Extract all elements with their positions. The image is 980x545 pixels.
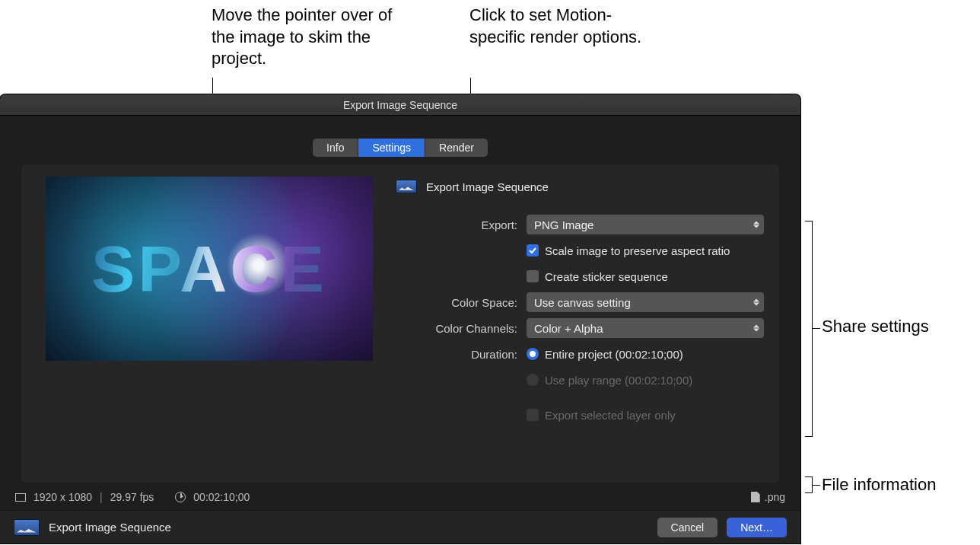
preview-text: SPACE xyxy=(91,231,327,307)
row-duration-entire: Duration: Entire project (00:02:10;00) xyxy=(396,341,765,367)
next-button[interactable]: Next… xyxy=(727,518,787,537)
bracket-share-settings xyxy=(805,221,813,437)
label-duration: Duration: xyxy=(396,348,527,361)
window-title: Export Image Sequence xyxy=(0,94,800,116)
settings-form: Export: PNG Image . Scale image to prese… xyxy=(396,212,765,428)
chevron-updown-icon xyxy=(753,222,759,228)
checkbox-sticker[interactable] xyxy=(527,270,539,282)
status-fps: 29.97 fps xyxy=(110,491,154,503)
row-channels: Color Channels: Color + Alpha xyxy=(396,315,765,341)
popup-channels-value: Color + Alpha xyxy=(534,322,603,335)
tab-render[interactable]: Render xyxy=(425,139,488,157)
row-sticker: . Create sticker sequence xyxy=(396,263,765,289)
panel-title: Export Image Sequence xyxy=(426,180,549,193)
action-bar-icon xyxy=(14,519,40,536)
popup-colorspace[interactable]: Use canvas setting xyxy=(527,292,764,312)
status-time: 00:02:10;00 xyxy=(193,491,250,503)
row-scale: . Scale image to preserve aspect ratio xyxy=(396,237,765,263)
export-dialog: Export Image Sequence Info Settings Rend… xyxy=(0,94,800,543)
label-channels: Color Channels: xyxy=(396,322,527,335)
row-export: Export: PNG Image xyxy=(396,212,765,237)
panel-header: Export Image Sequence xyxy=(396,180,549,193)
annotation-file-info: File information xyxy=(822,475,936,495)
project-preview[interactable]: SPACE xyxy=(46,177,373,361)
checkbox-sticker-label: Create sticker sequence xyxy=(545,270,668,283)
label-colorspace: Color Space: xyxy=(396,296,527,309)
chevron-updown-icon xyxy=(753,325,759,332)
checkbox-scale-aspect[interactable] xyxy=(527,244,539,257)
row-duration-range: . Use play range (00:02:10;00) xyxy=(396,367,765,393)
status-right: .png xyxy=(751,491,785,503)
document-icon xyxy=(751,492,760,502)
label-export: Export: xyxy=(396,218,527,231)
status-separator: | xyxy=(100,491,103,503)
row-export-selected: . Export selected layer only xyxy=(396,402,765,428)
popup-export-value: PNG Image xyxy=(534,218,593,231)
chevron-updown-icon xyxy=(753,299,759,306)
bracket-file-line xyxy=(813,485,820,486)
bracket-file-info xyxy=(805,476,813,493)
status-bar: 1920 x 1080 | 29.97 fps 00:02:10;00 .png xyxy=(0,484,800,510)
tab-bar: Info Settings Render xyxy=(0,116,800,157)
bracket-share-line xyxy=(813,328,820,329)
radio-duration-entire-label: Entire project (00:02:10;00) xyxy=(545,348,683,361)
popup-colorspace-value: Use canvas setting xyxy=(534,296,631,309)
status-extension: .png xyxy=(765,491,785,503)
clock-icon xyxy=(175,492,186,502)
status-dimensions: 1920 x 1080 xyxy=(33,491,92,503)
tab-segment: Info Settings Render xyxy=(313,139,488,157)
checkbox-scale-label: Scale image to preserve aspect ratio xyxy=(545,244,730,257)
checkbox-export-selected xyxy=(527,409,539,421)
action-bar: Export Image Sequence Cancel Next… xyxy=(0,510,800,543)
tab-info[interactable]: Info xyxy=(313,139,358,157)
annotation-render: Click to set Motion-specific render opti… xyxy=(469,5,667,48)
preview-text-layer: SPACE xyxy=(46,177,373,361)
dialog-body: SPACE Export Image Sequence Export: PNG … xyxy=(21,164,779,483)
radio-duration-range xyxy=(527,374,539,386)
annotation-share-settings: Share settings xyxy=(822,317,929,336)
share-destination-icon xyxy=(396,180,417,193)
cancel-button[interactable]: Cancel xyxy=(657,518,718,537)
annotation-preview: Move the pointer over of the image to sk… xyxy=(212,5,409,70)
action-bar-title: Export Image Sequence xyxy=(49,521,171,534)
tab-settings[interactable]: Settings xyxy=(358,139,425,157)
radio-duration-range-label: Use play range (00:02:10;00) xyxy=(545,374,692,387)
checkbox-export-selected-label: Export selected layer only xyxy=(545,409,676,422)
popup-channels[interactable]: Color + Alpha xyxy=(527,318,764,338)
popup-export-format[interactable]: PNG Image xyxy=(527,215,764,234)
row-colorspace: Color Space: Use canvas setting xyxy=(396,289,765,315)
radio-duration-entire[interactable] xyxy=(527,348,539,360)
dimensions-icon xyxy=(15,493,26,502)
